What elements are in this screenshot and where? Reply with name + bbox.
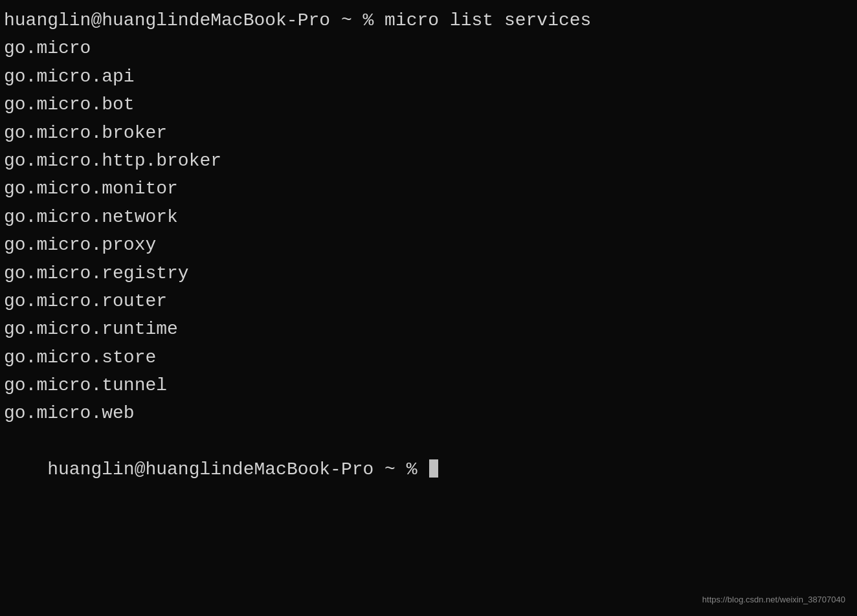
service-item: go.micro.proxy [4,231,853,259]
cursor-block [429,459,438,478]
service-item: go.micro.store [4,344,853,371]
service-item: go.micro.web [4,399,853,427]
watermark: https://blog.csdn.net/weixin_38707040 [702,595,845,604]
service-item: go.micro.monitor [4,175,853,203]
service-item: go.micro.broker [4,119,853,147]
service-item: go.micro.network [4,203,853,231]
service-item: go.micro.tunnel [4,371,853,399]
services-list: go.microgo.micro.apigo.micro.botgo.micro… [4,34,853,427]
service-item: go.micro.http.broker [4,147,853,175]
service-item: go.micro.bot [4,91,853,118]
terminal-window: huanglin@huanglindeMacBook-Pro ~ % micro… [0,0,857,616]
prompt-text: huanglin@huanglindeMacBook-Pro ~ % [47,459,428,479]
prompt-line[interactable]: huanglin@huanglindeMacBook-Pro ~ % [4,428,853,512]
command-line: huanglin@huanglindeMacBook-Pro ~ % micro… [4,6,853,34]
service-item: go.micro.api [4,63,853,91]
service-item: go.micro.runtime [4,315,853,343]
service-item: go.micro.registry [4,259,853,287]
service-item: go.micro [4,34,853,62]
service-item: go.micro.router [4,287,853,315]
